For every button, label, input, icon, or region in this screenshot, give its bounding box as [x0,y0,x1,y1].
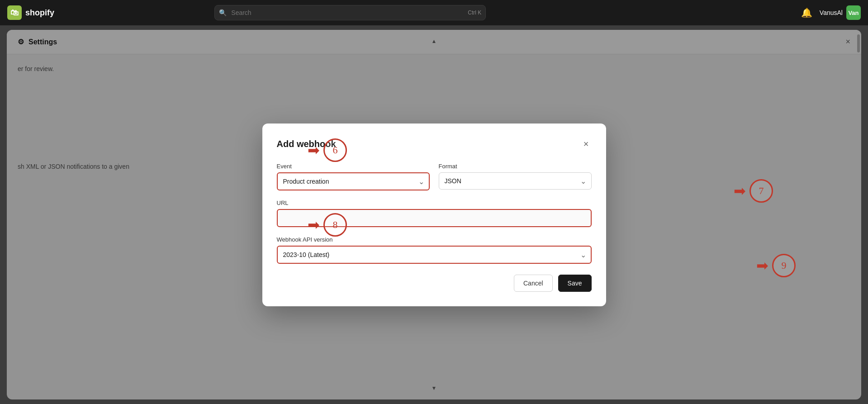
main-content: ▲ ⚙ Settings × er for review. sh XML or … [0,25,868,404]
url-label: URL [277,200,592,206]
shopify-logo[interactable]: 🛍 shopify [7,5,54,20]
format-select-wrap: JSON [439,172,592,190]
url-input[interactable] [277,209,592,227]
search-bar-container: 🔍 Ctrl K [214,5,486,20]
shopify-logo-icon: 🛍 [7,5,22,20]
modal-close-button[interactable]: × [581,138,592,150]
modal-header: Add webhook × [277,138,592,150]
cancel-button[interactable]: Cancel [514,275,553,292]
topbar-right: 🔔 VanusAl Van [799,5,861,20]
url-form-group: URL [277,200,592,227]
event-select-wrap: Product creation [277,172,430,190]
format-label: Format [439,163,592,170]
topbar: 🛍 shopify 🔍 Ctrl K 🔔 VanusAl Van [0,0,868,25]
save-button[interactable]: Save [558,275,592,292]
format-select[interactable]: JSON [439,172,592,190]
search-input[interactable] [214,5,486,20]
search-icon: 🔍 [219,9,227,16]
modal-footer: Cancel Save [277,275,592,292]
api-version-form-group: Webhook API version 2023-10 (Latest) [277,236,592,264]
avatar: Van [846,5,861,20]
notifications-button[interactable]: 🔔 [799,5,814,20]
user-name: VanusAl [820,9,843,16]
modal-title: Add webhook [277,139,336,149]
api-version-select-wrap: 2023-10 (Latest) [277,246,592,264]
user-info: VanusAl Van [820,5,861,20]
event-form-group: Event Product creation [277,163,430,190]
api-version-select[interactable]: 2023-10 (Latest) [277,246,592,264]
event-select[interactable]: Product creation [277,172,430,190]
search-shortcut: Ctrl K [468,10,481,16]
format-form-group: Format JSON [439,163,592,190]
shopify-logo-text: shopify [25,8,54,18]
add-webhook-modal: Add webhook × Event Product creation For… [262,124,606,306]
event-label: Event [277,163,430,170]
api-version-label: Webhook API version [277,236,592,243]
event-format-row: Event Product creation Format JSON [277,163,592,190]
